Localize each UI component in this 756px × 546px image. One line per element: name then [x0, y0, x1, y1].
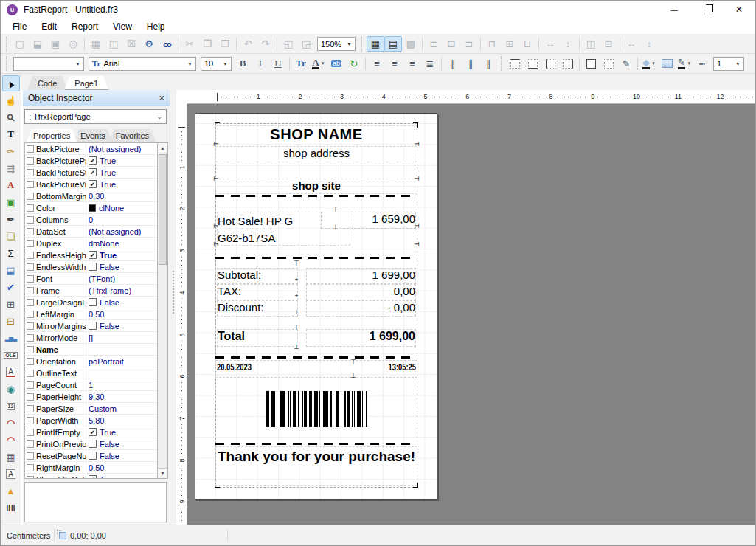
favorite-checkbox[interactable]	[27, 252, 34, 259]
property-value[interactable]: 0,50	[89, 463, 104, 472]
property-value[interactable]: True	[100, 251, 117, 260]
fill-style-button[interactable]	[658, 56, 676, 72]
checkbox-object-tool[interactable]: ✔	[2, 279, 20, 295]
italic-button[interactable]: I	[252, 56, 269, 72]
value-checkbox[interactable]	[89, 452, 97, 460]
internet-object-tool[interactable]: ◉	[2, 381, 20, 397]
property-row-BackPictureVis[interactable]: BackPictureVis✔True	[25, 179, 157, 190]
chart-object-tool[interactable]: ▂▅▃	[2, 330, 20, 346]
ungroup-button[interactable]: ◲	[297, 36, 315, 52]
bold-button[interactable]: B	[234, 56, 252, 72]
property-row-PaperSize[interactable]: PaperSizeCustom	[25, 403, 157, 415]
value-checkbox[interactable]: ✔	[89, 180, 97, 188]
text-edit-tool[interactable]: T	[2, 126, 20, 142]
tax-label-text[interactable]: TAX:	[217, 284, 298, 300]
select-tool[interactable]: ▲	[2, 75, 20, 91]
value-checkbox[interactable]: ✔	[89, 168, 97, 176]
paste-button[interactable]: ❒	[216, 36, 234, 52]
property-row-BackPictureStr[interactable]: BackPictureStr✔True	[25, 167, 157, 179]
text-align-center-button[interactable]: ≡	[386, 56, 403, 72]
page-settings-button[interactable]: ⚙	[140, 36, 158, 52]
align-middles-button[interactable]: ⊞	[501, 36, 519, 52]
align-bottoms-button[interactable]: ⊔	[519, 36, 536, 52]
property-row-PrintIfEmpty[interactable]: PrintIfEmpty✔True	[25, 426, 157, 438]
inspector-tab-properties[interactable]: Properties	[27, 129, 77, 142]
vertical-ruler[interactable]: 123456789	[176, 104, 187, 525]
property-value[interactable]: clNone	[99, 204, 124, 212]
favorite-checkbox[interactable]	[27, 275, 34, 283]
scroll-up-button[interactable]: ▲	[158, 143, 167, 153]
font-name-select[interactable]: TrArial▼	[89, 57, 196, 71]
property-value[interactable]: False	[100, 263, 119, 272]
space-vertically-button[interactable]: ↕	[559, 36, 577, 52]
receipt-page[interactable]: SHOP NAME shop address shop site Hot Sal…	[195, 113, 437, 500]
frame-edit-button[interactable]: ✎	[617, 56, 635, 72]
space-horizontally-button[interactable]: ↔	[541, 36, 559, 52]
toolbar-handle[interactable]	[501, 56, 502, 71]
favorite-checkbox[interactable]	[27, 393, 34, 401]
frame-right-button[interactable]	[559, 56, 577, 72]
menu-report[interactable]: Report	[64, 20, 105, 33]
undo-button[interactable]: ↶	[239, 36, 257, 52]
property-value[interactable]: (Not assigned)	[89, 227, 142, 236]
property-value[interactable]: True	[100, 156, 116, 165]
value-checkbox[interactable]: ✔	[89, 428, 97, 436]
property-row-LeftMargin[interactable]: LeftMargin0,50	[25, 308, 157, 320]
property-value[interactable]: []	[89, 334, 93, 342]
style-select[interactable]: ▼	[13, 57, 84, 71]
property-value[interactable]: 5,80	[89, 416, 104, 425]
property-value[interactable]: poPortrait	[89, 357, 124, 366]
property-row-BottomMargin[interactable]: BottomMargin0,30	[25, 190, 157, 202]
favorite-checkbox[interactable]	[27, 263, 34, 271]
close-button[interactable]: ×	[723, 1, 755, 18]
valign-bottom-button[interactable]: ∥	[479, 56, 497, 72]
property-value[interactable]: dmNone	[89, 239, 119, 248]
align-lefts-button[interactable]: ⊏	[425, 36, 443, 52]
tax-value-text[interactable]: 0,00	[306, 284, 416, 300]
align-centers-button[interactable]: ⊟	[443, 36, 460, 52]
favorite-checkbox[interactable]	[27, 169, 34, 176]
property-row-PaperHeight[interactable]: PaperHeight9,30	[25, 391, 157, 403]
property-row-Frame[interactable]: Frame(TfrxFrame)	[25, 285, 157, 297]
property-row-PaperWidth[interactable]: PaperWidth5,80	[25, 415, 157, 426]
fit-to-grid-button[interactable]: ▩	[402, 36, 420, 52]
minimize-button[interactable]: ─	[658, 1, 690, 18]
property-value[interactable]: True	[100, 168, 116, 177]
open-report-button[interactable]: ⬓	[29, 36, 46, 52]
save-report-button[interactable]: ▣	[46, 36, 64, 52]
rotation-button[interactable]: ↻	[345, 56, 363, 72]
shop-site-text[interactable]: shop site	[215, 179, 417, 194]
scrollbar-thumb[interactable]	[159, 154, 167, 265]
barcode-object-tool[interactable]: ‖‖	[2, 500, 20, 516]
property-row-ResetPageNur[interactable]: ResetPageNurFalse	[25, 450, 157, 462]
font-color-button[interactable]: A▼	[310, 56, 327, 72]
property-value[interactable]: False	[100, 298, 119, 307]
text-object-tool[interactable]: A	[2, 177, 20, 193]
favorite-checkbox[interactable]	[27, 145, 34, 153]
panel-splitter[interactable]	[170, 90, 176, 525]
toolbar-handle[interactable]	[6, 56, 7, 71]
favorite-checkbox[interactable]	[27, 334, 34, 342]
favorite-checkbox[interactable]	[27, 181, 34, 188]
copy-button[interactable]: ❐	[198, 36, 216, 52]
highlight-button[interactable]: ab	[327, 56, 345, 72]
property-grid-scrollbar[interactable]: ▲ ▼	[157, 142, 168, 479]
same-width-button[interactable]: ↔	[623, 36, 640, 52]
valign-top-button[interactable]: ∥	[444, 56, 462, 72]
property-row-Duplex[interactable]: DuplexdmNone	[25, 238, 157, 249]
text-align-right-button[interactable]: ≡	[403, 56, 421, 72]
frame-top-button[interactable]	[506, 56, 524, 72]
thank-you-text[interactable]: Thank you for your purchase!	[215, 446, 417, 486]
property-row-OutlineText[interactable]: OutlineText	[25, 367, 157, 379]
line-style-button[interactable]: ┅	[693, 56, 711, 72]
property-value[interactable]: (TFont)	[89, 274, 115, 283]
new-report-button[interactable]: ▢	[11, 36, 29, 52]
subreport-object-tool[interactable]: ⊞	[2, 296, 20, 312]
align-tops-button[interactable]: ⊓	[483, 36, 501, 52]
favorite-checkbox[interactable]	[27, 287, 34, 294]
value-checkbox[interactable]: ✔	[89, 251, 97, 259]
favorite-checkbox[interactable]	[27, 476, 34, 480]
zoom-select[interactable]: 150%▼	[317, 37, 356, 51]
delete-page-button[interactable]: ☒	[122, 36, 140, 52]
favorite-checkbox[interactable]	[27, 358, 34, 365]
